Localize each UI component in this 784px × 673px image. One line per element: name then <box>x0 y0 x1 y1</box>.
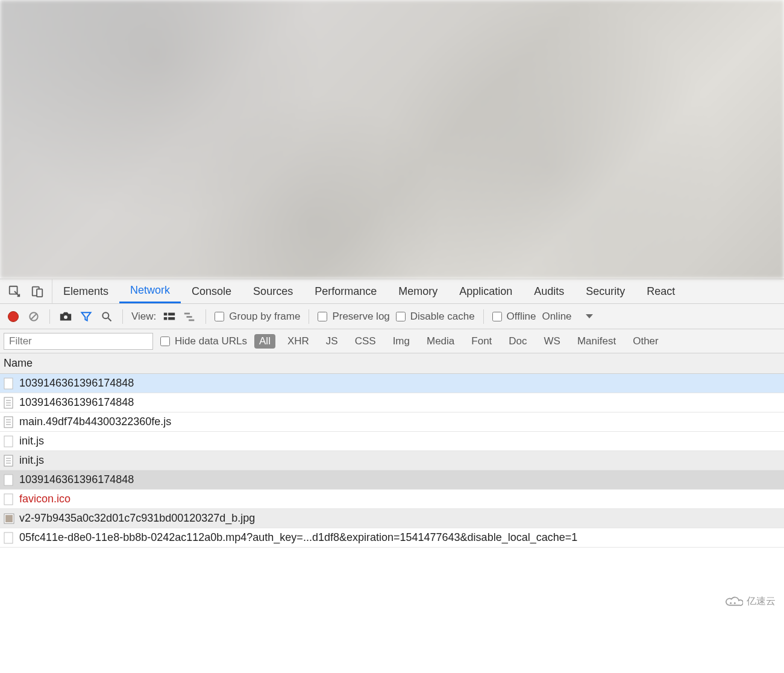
request-name: init.js <box>19 454 44 467</box>
group-by-frame-label: Group by frame <box>229 311 300 323</box>
view-label: View: <box>131 311 156 323</box>
page-footer-blank: 亿速云 <box>0 548 784 614</box>
svg-rect-13 <box>187 316 192 318</box>
preserve-log-checkbox[interactable]: Preserve log <box>318 311 389 323</box>
devtools-tab-list: Elements Network Console Sources Perform… <box>52 279 686 303</box>
filter-toggle-icon[interactable] <box>79 309 93 324</box>
tab-memory[interactable]: Memory <box>387 279 448 303</box>
type-filter-xhr[interactable]: XHR <box>283 334 314 349</box>
type-filter-manifest[interactable]: Manifest <box>572 334 621 349</box>
page-content-blurred <box>0 0 784 279</box>
type-filter-all[interactable]: All <box>254 334 275 349</box>
table-row[interactable]: init.js <box>0 432 784 451</box>
request-name: main.49df74b44300322360fe.js <box>19 415 171 428</box>
table-row[interactable]: v2-97b9435a0c32d01c7c931bd00120327d_b.jp… <box>0 509 784 528</box>
request-name: v2-97b9435a0c32d01c7c931bd00120327d_b.jp… <box>19 512 255 525</box>
network-request-list: 10391463613961748481039146361396174848ma… <box>0 374 784 548</box>
svg-rect-9 <box>168 312 175 315</box>
type-filter-js[interactable]: JS <box>321 334 343 349</box>
svg-rect-10 <box>164 317 168 320</box>
table-row[interactable]: 05fc411e-d8e0-11e8-bb8b-0242ac112a0b.mp4… <box>0 528 784 548</box>
table-row[interactable]: main.49df74b44300322360fe.js <box>0 412 784 432</box>
svg-point-35 <box>734 602 736 604</box>
file-type-icon <box>4 455 14 467</box>
tab-console[interactable]: Console <box>181 279 242 303</box>
svg-rect-11 <box>168 317 175 320</box>
svg-rect-2 <box>37 289 42 297</box>
resource-type-filters: All XHR JS CSS Img Media Font Doc WS Man… <box>254 334 663 349</box>
disable-cache-label: Disable cache <box>410 311 475 323</box>
type-filter-img[interactable]: Img <box>388 334 415 349</box>
network-filter-row: Hide data URLs All XHR JS CSS Img Media … <box>0 329 784 353</box>
table-row[interactable]: favicon.ico <box>0 490 784 509</box>
network-table-header[interactable]: Name <box>0 353 784 374</box>
svg-point-6 <box>102 312 108 318</box>
svg-rect-33 <box>4 532 13 543</box>
type-filter-doc[interactable]: Doc <box>504 334 532 349</box>
table-row[interactable]: 1039146361396174848 <box>0 470 784 490</box>
throttling-selected-value: Online <box>542 311 571 323</box>
record-button[interactable] <box>6 309 20 324</box>
tab-performance[interactable]: Performance <box>304 279 387 303</box>
svg-line-7 <box>108 318 111 321</box>
svg-rect-30 <box>4 494 13 505</box>
inspect-element-icon[interactable] <box>7 284 22 299</box>
filter-input[interactable] <box>4 333 153 350</box>
request-name: 1039146361396174848 <box>19 396 134 409</box>
request-name: init.js <box>19 435 44 447</box>
type-filter-ws[interactable]: WS <box>539 334 565 349</box>
tab-react[interactable]: React <box>636 279 686 303</box>
hide-data-urls-checkbox[interactable]: Hide data URLs <box>160 335 247 347</box>
tab-audits[interactable]: Audits <box>523 279 575 303</box>
request-name: favicon.ico <box>19 493 71 505</box>
preserve-log-label: Preserve log <box>332 311 389 323</box>
tab-security[interactable]: Security <box>575 279 636 303</box>
tab-sources[interactable]: Sources <box>242 279 304 303</box>
file-type-icon <box>4 416 14 428</box>
table-row[interactable]: 1039146361396174848 <box>0 393 784 412</box>
tab-network[interactable]: Network <box>119 279 181 303</box>
request-name: 1039146361396174848 <box>19 473 134 486</box>
file-type-icon <box>4 378 14 390</box>
table-row[interactable]: 1039146361396174848 <box>0 374 784 393</box>
network-toolbar: View: Group by frame Preserve log Disabl… <box>0 304 784 329</box>
screenshot-icon[interactable] <box>58 309 73 324</box>
file-type-icon <box>4 532 14 544</box>
type-filter-font[interactable]: Font <box>466 334 497 349</box>
svg-point-5 <box>64 315 67 318</box>
group-by-frame-checkbox[interactable]: Group by frame <box>215 311 300 323</box>
watermark-text: 亿速云 <box>747 595 776 608</box>
file-type-icon <box>4 474 14 486</box>
request-name: 1039146361396174848 <box>19 377 134 390</box>
throttling-select[interactable]: Online <box>542 311 593 323</box>
disable-cache-checkbox[interactable]: Disable cache <box>396 311 475 323</box>
svg-line-4 <box>31 314 37 320</box>
type-filter-media[interactable]: Media <box>422 334 459 349</box>
request-name: 05fc411e-d8e0-11e8-bb8b-0242ac112a0b.mp4… <box>19 531 577 544</box>
offline-checkbox[interactable]: Offline <box>492 311 536 323</box>
view-waterfall-icon[interactable] <box>183 309 197 324</box>
table-row[interactable]: init.js <box>0 451 784 470</box>
svg-rect-14 <box>189 319 194 321</box>
file-type-icon <box>4 435 14 447</box>
search-icon[interactable] <box>99 309 114 324</box>
column-name-header[interactable]: Name <box>4 357 33 370</box>
svg-rect-12 <box>184 312 190 314</box>
tab-elements[interactable]: Elements <box>52 279 119 303</box>
type-filter-css[interactable]: CSS <box>350 334 381 349</box>
offline-label: Offline <box>507 311 536 323</box>
tab-application[interactable]: Application <box>448 279 523 303</box>
file-type-icon <box>4 397 14 409</box>
watermark: 亿速云 <box>723 595 776 608</box>
devtools-tab-bar: Elements Network Console Sources Perform… <box>0 279 784 304</box>
svg-rect-32 <box>5 515 13 522</box>
file-type-icon <box>4 513 14 525</box>
type-filter-other[interactable]: Other <box>628 334 663 349</box>
view-large-rows-icon[interactable] <box>162 309 177 324</box>
clear-button[interactable] <box>27 309 41 324</box>
toggle-device-toolbar-icon[interactable] <box>30 284 45 299</box>
svg-rect-29 <box>4 475 13 485</box>
hide-data-urls-label: Hide data URLs <box>175 335 247 347</box>
svg-rect-24 <box>4 436 13 447</box>
svg-point-34 <box>730 602 732 604</box>
